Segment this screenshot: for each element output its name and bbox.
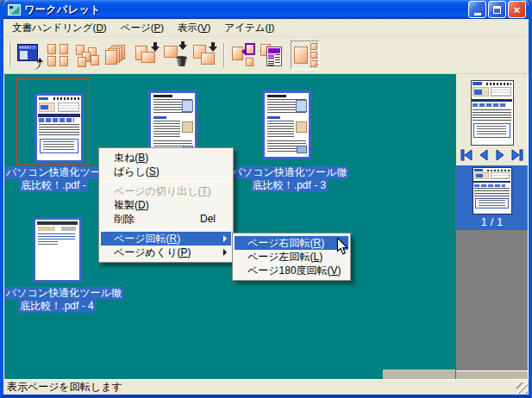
menu-page[interactable]: ページ(P) bbox=[114, 20, 171, 36]
menu-item[interactable]: アイテム(I) bbox=[217, 20, 281, 36]
status-text: 表示ページを回転します bbox=[7, 380, 122, 395]
submenu-arrow-icon bbox=[223, 235, 227, 242]
palette-view-toggle[interactable] bbox=[291, 40, 320, 70]
page-label-3[interactable]: パソコン快適化ツール徹 底比較！.pdf - 3 bbox=[227, 166, 352, 192]
menu-view[interactable]: 表示(V) bbox=[171, 20, 217, 36]
pages-scatter-icon bbox=[75, 43, 101, 67]
rotate-submenu: ページ右回転(R) ページ左回転(L) ページ180度回転(V) bbox=[232, 233, 351, 281]
gather-pages-icon bbox=[134, 43, 160, 67]
page-number-label: 1 / 1 bbox=[481, 215, 503, 228]
document-window-icon bbox=[16, 43, 42, 67]
insert-page-button[interactable] bbox=[228, 40, 258, 70]
close-icon: × bbox=[514, 4, 521, 16]
menu-item-unbundle[interactable]: ばらし(S) bbox=[101, 165, 231, 178]
bottom-filler bbox=[383, 370, 455, 379]
resize-grip[interactable] bbox=[516, 382, 528, 394]
menu-item-bundle[interactable]: 束ね(B) bbox=[101, 151, 231, 165]
pager-bottom-strip bbox=[456, 370, 528, 379]
pages-grid-icon bbox=[46, 43, 72, 67]
menu-item-rotate-right[interactable]: ページ右回転(R) bbox=[235, 236, 348, 250]
pager-preview-page[interactable] bbox=[471, 80, 514, 146]
palette-view-icon bbox=[292, 43, 318, 67]
copy-page-button[interactable] bbox=[191, 40, 220, 70]
menu-item-rotate-page[interactable]: ページ回転(R) bbox=[101, 232, 231, 246]
pager-panel: 1 / 1 bbox=[455, 74, 529, 379]
menubar: 文書ハンドリング(D) ページ(P) 表示(V) アイテム(I) bbox=[3, 19, 529, 37]
pager-selected-section: 1 / 1 bbox=[456, 165, 528, 230]
last-page-button[interactable] bbox=[510, 148, 524, 162]
statusbar: 表示ページを回転します bbox=[3, 379, 529, 395]
page-thumbnail-4[interactable] bbox=[33, 217, 82, 283]
page-thumbnail-1[interactable] bbox=[34, 93, 84, 163]
minimize-icon bbox=[474, 13, 481, 16]
pages-grid-button[interactable] bbox=[44, 40, 73, 70]
copy-page-icon bbox=[192, 43, 218, 67]
pages-scatter-button[interactable] bbox=[73, 40, 103, 70]
insert-page-icon bbox=[230, 43, 256, 67]
document-window-button[interactable] bbox=[15, 40, 44, 70]
pager-empty-area bbox=[456, 230, 528, 370]
pages-stack-icon bbox=[104, 43, 130, 67]
delete-page-icon bbox=[163, 43, 189, 67]
menu-document-handling[interactable]: 文書ハンドリング(D) bbox=[5, 20, 114, 36]
main-content: パソコン快適化ツー 底比較！.pdf - パソコン快適化ツール徹 底比較！.pd… bbox=[3, 74, 529, 379]
next-page-button[interactable] bbox=[493, 148, 508, 162]
close-button[interactable]: × bbox=[508, 1, 526, 18]
pages-stack-button[interactable] bbox=[103, 40, 132, 70]
pager-preview-section bbox=[456, 74, 528, 165]
menu-item-rotate-left[interactable]: ページ左回転(L) bbox=[235, 250, 348, 264]
app-window: ワークパレット × 文書ハンドリング(D) ページ(P) 表示(V) アイテム(… bbox=[0, 0, 532, 398]
pager-current-page[interactable] bbox=[473, 167, 512, 215]
maximize-icon bbox=[493, 6, 501, 14]
window-title: ワークパレット bbox=[24, 3, 466, 17]
prev-page-button[interactable] bbox=[476, 148, 491, 162]
page-detail-button[interactable] bbox=[258, 40, 287, 70]
submenu-arrow-icon bbox=[223, 249, 227, 256]
minimize-button[interactable] bbox=[468, 1, 486, 18]
menu-separator bbox=[103, 228, 229, 229]
toolbar bbox=[3, 37, 529, 74]
maximize-button[interactable] bbox=[488, 1, 506, 18]
page-thumbnail-3[interactable] bbox=[262, 90, 311, 159]
first-page-button[interactable] bbox=[460, 148, 474, 162]
delete-page-button[interactable] bbox=[161, 40, 191, 70]
menu-item-rotate-180[interactable]: ページ180度回転(V) bbox=[235, 264, 348, 277]
page-label-1[interactable]: パソコン快適化ツー 底比較！.pdf - bbox=[4, 166, 103, 192]
app-icon[interactable] bbox=[8, 4, 21, 16]
page-label-4[interactable]: パソコン快適化ツール徹 底比較！.pdf - 4 bbox=[4, 287, 110, 313]
titlebar[interactable]: ワークパレット × bbox=[3, 0, 529, 19]
menu-separator bbox=[103, 181, 229, 182]
context-menu: 束ね(B) ばらし(S) ページの切り出し(T) 複製(D) 削除Del ページ… bbox=[98, 147, 234, 263]
gather-pages-button[interactable] bbox=[132, 40, 161, 70]
shortcut-del: Del bbox=[191, 212, 216, 226]
menu-item-duplicate[interactable]: 複製(D) bbox=[101, 198, 231, 212]
menu-item-page-turn[interactable]: ページめくり(P) bbox=[101, 246, 231, 259]
mouse-cursor bbox=[336, 238, 348, 256]
pager-nav bbox=[456, 146, 528, 164]
toolbar-grip[interactable] bbox=[8, 43, 10, 67]
menu-item-extract-page: ページの切り出し(T) bbox=[101, 184, 231, 198]
page-detail-icon bbox=[260, 43, 285, 67]
menu-item-delete[interactable]: 削除Del bbox=[101, 212, 231, 226]
toolbar-separator bbox=[223, 43, 225, 67]
